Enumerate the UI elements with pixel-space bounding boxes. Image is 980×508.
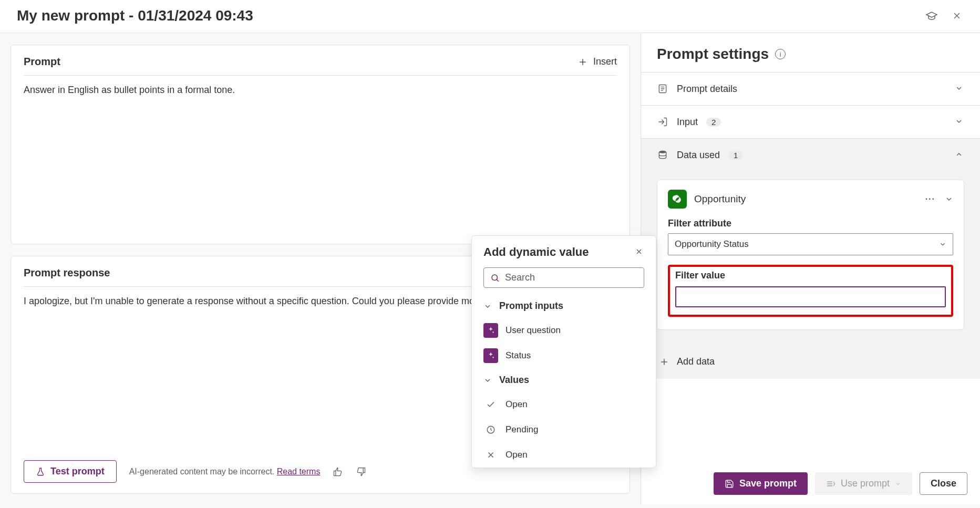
insert-label: Insert [593,56,617,67]
settings-header: Prompt settings i [641,33,980,72]
page-title: My new prompt - 01/31/2024 09:43 [17,7,253,24]
dynamic-search[interactable] [483,267,644,288]
dynamic-popup-title: Add dynamic value [483,245,589,259]
learn-icon[interactable] [925,9,938,22]
filter-attribute-select[interactable]: Opportunity Status [668,233,953,255]
chevron-down-icon [895,481,901,487]
search-icon [490,273,500,283]
sparkle-icon [483,323,498,338]
database-icon [657,149,668,161]
chevron-down-icon[interactable] [945,195,953,203]
flow-icon [826,479,835,489]
settings-panel: Prompt settings i Prompt details Input 2 [641,33,980,504]
chevron-down-icon [939,241,946,248]
header-actions [925,9,963,22]
more-icon[interactable]: ··· [925,194,935,204]
entity-card: Opportunity ··· Filter attribute Opportu… [657,180,964,330]
test-prompt-label: Test prompt [50,466,105,477]
header-bar: My new prompt - 01/31/2024 09:43 [0,0,980,33]
close-icon[interactable] [951,9,963,22]
thumbs-down-icon[interactable] [356,466,366,477]
content-area: Prompt Insert Answer in English as bulle… [0,33,980,504]
plus-icon [577,57,588,67]
footer-buttons: Save prompt Use prompt Close [714,472,967,495]
test-prompt-button[interactable]: Test prompt [24,460,117,483]
chevron-up-icon [955,150,964,160]
dynamic-item-status[interactable]: Status [472,343,656,368]
info-icon[interactable]: i [775,49,786,59]
input-icon [657,116,668,128]
save-icon [725,479,734,489]
plus-icon [659,357,669,367]
filter-value-input[interactable] [675,286,946,307]
section-data-used[interactable]: Data used 1 [641,138,980,171]
close-button[interactable]: Close [920,472,967,495]
dynamic-item-user-question[interactable]: User question [472,318,656,343]
dynamic-item-open-2[interactable]: Open [472,442,656,468]
response-card-title: Prompt response [24,267,110,279]
filter-value-label: Filter value [675,270,946,281]
clock-icon [483,422,498,437]
input-count-badge: 2 [706,118,721,127]
read-terms-link[interactable]: Read terms [277,467,321,476]
dynamic-search-wrap [472,262,656,294]
settings-title: Prompt settings [657,46,769,63]
svg-point-3 [659,151,666,153]
entity-name: Opportunity [694,193,746,205]
add-data-button[interactable]: Add data [641,345,980,379]
svg-point-0 [492,275,498,281]
filter-attribute-label: Filter attribute [668,218,953,229]
dynamic-value-popup: Add dynamic value Prompt inputs Use [471,235,656,468]
group-values[interactable]: Values [472,368,656,392]
data-used-body: Opportunity ··· Filter attribute Opportu… [641,171,980,345]
prompt-card-title: Prompt [24,56,60,68]
filter-attribute-value: Opportunity Status [675,239,749,250]
group-prompt-inputs[interactable]: Prompt inputs [472,294,656,318]
dataverse-icon [668,190,687,209]
chevron-down-icon [483,376,492,385]
section-input[interactable]: Input 2 [641,105,980,138]
ai-disclaimer: AI-generated content may be incorrect. R… [129,467,321,476]
chevron-down-icon [955,84,964,94]
dynamic-item-open[interactable]: Open [472,392,656,417]
chevron-down-icon [483,302,492,310]
entity-head: Opportunity ··· [668,190,953,209]
dynamic-item-pending[interactable]: Pending [472,417,656,442]
data-count-badge: 1 [728,151,743,160]
beaker-icon [36,467,45,476]
dynamic-popup-header: Add dynamic value [472,236,656,262]
insert-button[interactable]: Insert [577,56,617,67]
check-icon [483,397,498,412]
dynamic-search-input[interactable] [505,272,637,283]
prompt-card-header: Prompt Insert [24,56,617,76]
section-prompt-details[interactable]: Prompt details [641,72,980,105]
thumbs-up-icon[interactable] [333,466,343,477]
save-prompt-button[interactable]: Save prompt [714,472,808,495]
filter-value-highlight: Filter value [668,265,953,317]
sparkle-icon [483,348,498,363]
x-icon [483,448,498,462]
chevron-down-icon [955,117,964,127]
main-column: Prompt Insert Answer in English as bulle… [0,33,641,504]
close-icon[interactable] [635,247,644,257]
use-prompt-button[interactable]: Use prompt [815,472,912,495]
prompt-body[interactable]: Answer in English as bullet points in a … [24,83,617,97]
details-icon [657,83,668,95]
prompt-card: Prompt Insert Answer in English as bulle… [11,45,630,244]
